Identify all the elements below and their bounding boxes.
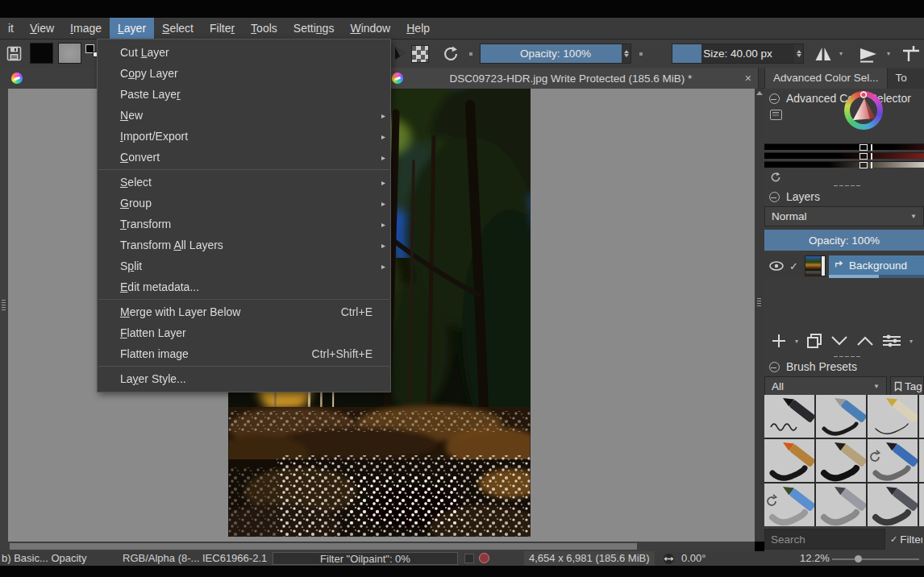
marker-dark-brush-tile[interactable] <box>868 484 918 526</box>
color-slider-red[interactable] <box>764 143 924 150</box>
trim-icon[interactable] <box>901 44 921 64</box>
menu-item-paste-layer[interactable]: Paste Layer <box>98 84 390 105</box>
docker-float-icon[interactable] <box>769 192 780 202</box>
menu-item-merge-with-layer-below[interactable]: Merge with Layer BelowCtrl+E <box>98 301 390 322</box>
menubar-item-filter[interactable]: Filter <box>202 18 243 39</box>
menu-item-edit-metadata[interactable]: Edit metadata... <box>98 276 390 297</box>
menu-item-new[interactable]: New▸ <box>98 105 390 126</box>
menu-item-split[interactable]: Split▸ <box>98 255 390 276</box>
status-memory-icon[interactable] <box>464 554 474 563</box>
status-brush-info[interactable]: b) Basic... Opacity <box>2 551 86 566</box>
layer-lock-check-icon[interactable]: ✓ <box>789 260 798 272</box>
menu-item-copy-layer[interactable]: Copy Layer <box>98 63 390 84</box>
vscroll-grip[interactable] <box>757 298 761 306</box>
status-selection-icon[interactable] <box>479 553 489 563</box>
marker-blue-brush-tile[interactable] <box>868 439 918 482</box>
tab-close-icon[interactable]: × <box>739 72 758 85</box>
mirror-horizontal-dropdown[interactable]: ▾ <box>839 50 843 57</box>
horizontal-scrollbar[interactable] <box>0 542 755 551</box>
pattern-checkerboard-icon[interactable] <box>411 45 429 63</box>
docker-splitter[interactable] <box>834 356 860 357</box>
save-icon[interactable] <box>6 46 22 61</box>
menubar-item-view[interactable]: View <box>22 18 62 39</box>
layer-visibility-eye-icon[interactable] <box>769 261 784 271</box>
menu-item-select[interactable]: Select▸ <box>98 172 390 193</box>
document-tab-active[interactable]: DSC09723-HDR.jpg Write Protected (185.6 … <box>385 68 759 89</box>
brush-clipped-2-tile[interactable] <box>919 439 924 482</box>
scroll-up-icon[interactable] <box>756 91 763 95</box>
menubar-item-help[interactable]: Help <box>398 18 438 39</box>
filter-checkbox[interactable]: ✓ Filter <box>890 533 922 546</box>
menu-item-flatten-image[interactable]: Flatten imageCtrl+Shift+E <box>98 343 390 364</box>
menu-item-flatten-layer[interactable]: Flatten Layer <box>98 322 390 343</box>
menubar-item-it[interactable]: it <box>0 18 22 39</box>
menubar-item-layer[interactable]: Layer <box>110 18 154 39</box>
document-tab-secondary[interactable] <box>0 68 97 89</box>
size-spinner[interactable] <box>794 44 803 63</box>
mirror-vertical-icon[interactable] <box>858 44 879 64</box>
status-color-profile[interactable]: RGB/Alpha (8-... IEC61966-2.1 <box>123 551 267 566</box>
menu-item-transform[interactable]: Transform▸ <box>98 214 390 235</box>
blend-mode-dropdown[interactable]: Normal ▼ <box>764 206 924 226</box>
menubar-item-window[interactable]: Window <box>342 18 398 39</box>
tag-button[interactable]: Tag <box>890 376 924 396</box>
status-rotation-angle[interactable]: 0.00° <box>681 551 706 566</box>
menubar-item-image[interactable]: Image <box>62 18 110 39</box>
brush-clipped-3-tile[interactable] <box>919 484 924 526</box>
zoom-slider-handle[interactable] <box>855 555 862 562</box>
status-dimensions[interactable]: 4,654 x 6,981 (185.6 MiB) <box>524 551 655 566</box>
menu-item-transform-all-layers[interactable]: Transform All Layers▸ <box>98 235 390 255</box>
layer-row-background[interactable]: ✓ Background <box>764 254 924 278</box>
reload-icon[interactable] <box>441 44 460 64</box>
size-slider[interactable]: Size: 40.00 px <box>672 44 804 64</box>
status-zoom-level[interactable]: 12.2% <box>800 551 830 566</box>
opacity-spinner[interactable] <box>622 44 631 63</box>
layer-name-selected[interactable]: Background <box>829 255 924 275</box>
move-layer-down-icon[interactable] <box>830 335 848 347</box>
menubar-item-settings[interactable]: Settings <box>285 18 343 39</box>
brush-filter-dropdown[interactable]: All ▼ <box>764 376 887 396</box>
color-selector-settings-icon[interactable] <box>770 110 782 120</box>
docker-splitter[interactable] <box>834 185 860 186</box>
vertical-scrollbar[interactable] <box>755 89 764 542</box>
ink-pen-brush-tile[interactable] <box>764 395 814 438</box>
reload-options-dropdown[interactable] <box>469 52 472 56</box>
calligraphy-brush-tile[interactable] <box>816 395 866 438</box>
opacity-options-dropdown[interactable] <box>639 52 643 56</box>
marker-grey-brush-tile[interactable] <box>816 484 866 526</box>
layer-properties-dropdown[interactable]: ▾ <box>909 338 913 345</box>
tab-advanced-color-selector[interactable]: Advanced Color Sel... <box>764 68 888 89</box>
layer-properties-icon[interactable] <box>882 334 901 348</box>
opacity-slider[interactable]: Opacity: 100% <box>480 44 631 64</box>
duplicate-layer-icon[interactable] <box>806 333 822 349</box>
brush-clipped-1-tile[interactable] <box>919 395 924 438</box>
menu-item-group[interactable]: Group▸ <box>98 193 390 214</box>
gradient-icon[interactable] <box>392 45 408 61</box>
color-wheel[interactable] <box>844 91 883 130</box>
tab-tool-options[interactable]: To <box>888 68 915 89</box>
canvas-rotation-icon[interactable] <box>663 553 675 565</box>
move-layer-up-icon[interactable] <box>856 335 874 347</box>
foreground-color-swatch[interactable] <box>30 43 53 64</box>
docker-float-icon[interactable] <box>769 93 780 104</box>
menubar-item-select[interactable]: Select <box>154 18 202 39</box>
hscroll-handle[interactable] <box>10 543 637 550</box>
mirror-vertical-dropdown[interactable]: ▾ <box>887 50 890 57</box>
fineliner-brush-tile[interactable] <box>868 395 918 438</box>
menu-item-convert[interactable]: Convert▸ <box>98 147 390 168</box>
color-slider-green[interactable] <box>764 152 924 159</box>
paint-brush-round-tile[interactable] <box>816 439 866 482</box>
color-slider-blue[interactable] <box>764 161 924 168</box>
menubar-item-tools[interactable]: Tools <box>243 18 285 39</box>
search-input[interactable] <box>764 529 885 550</box>
background-color-swatch[interactable] <box>58 43 81 64</box>
paint-brush-orange-tile[interactable] <box>764 439 814 482</box>
mirror-horizontal-icon[interactable] <box>814 44 833 64</box>
zoom-slider-track[interactable] <box>832 558 919 560</box>
color-history-reload-icon[interactable] <box>769 171 782 184</box>
marker-blue-angled-brush-tile[interactable] <box>764 484 814 526</box>
menu-item-layer-style[interactable]: Layer Style... <box>98 368 390 389</box>
left-grip-handle[interactable] <box>2 300 6 310</box>
layer-opacity-slider[interactable]: Opacity: 100% <box>764 230 924 251</box>
docker-float-icon[interactable] <box>769 362 780 372</box>
